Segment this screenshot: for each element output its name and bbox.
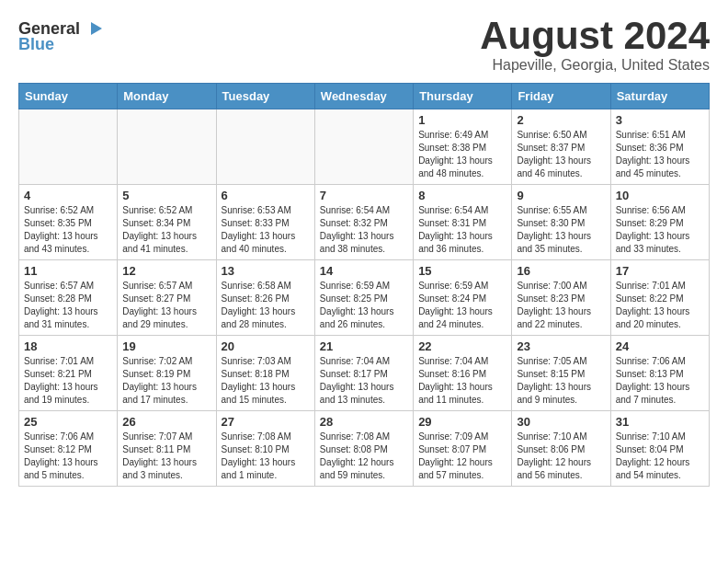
cell-info: Sunrise: 7:02 AM Sunset: 8:19 PM Dayligh… <box>122 355 210 407</box>
cell-info: Sunrise: 7:06 AM Sunset: 8:12 PM Dayligh… <box>24 431 112 482</box>
calendar-cell: 20Sunrise: 7:03 AM Sunset: 8:18 PM Dayli… <box>216 336 314 411</box>
day-number: 11 <box>24 264 112 278</box>
calendar-cell: 12Sunrise: 6:57 AM Sunset: 8:27 PM Dayli… <box>118 260 216 336</box>
cell-info: Sunrise: 6:49 AM Sunset: 8:38 PM Dayligh… <box>418 129 506 180</box>
day-number: 31 <box>616 415 704 429</box>
month-year-title: August 2024 <box>480 15 710 57</box>
calendar-cell: 6Sunrise: 6:53 AM Sunset: 8:33 PM Daylig… <box>216 185 314 260</box>
cell-info: Sunrise: 7:08 AM Sunset: 8:08 PM Dayligh… <box>320 431 408 482</box>
cell-info: Sunrise: 6:55 AM Sunset: 8:30 PM Dayligh… <box>517 204 605 256</box>
day-number: 8 <box>418 189 506 202</box>
day-number: 2 <box>517 113 605 127</box>
day-number: 29 <box>418 415 506 429</box>
calendar-week-4: 18Sunrise: 7:01 AM Sunset: 8:21 PM Dayli… <box>19 336 710 411</box>
calendar-cell: 8Sunrise: 6:54 AM Sunset: 8:31 PM Daylig… <box>414 185 512 260</box>
cell-info: Sunrise: 7:10 AM Sunset: 8:06 PM Dayligh… <box>517 431 605 482</box>
day-number: 25 <box>24 415 112 429</box>
day-number: 13 <box>222 264 310 278</box>
calendar-cell: 29Sunrise: 7:09 AM Sunset: 8:07 PM Dayli… <box>414 411 512 487</box>
calendar-cell: 11Sunrise: 6:57 AM Sunset: 8:28 PM Dayli… <box>19 260 118 336</box>
logo: General Blue <box>18 18 104 54</box>
day-number: 3 <box>616 113 704 127</box>
calendar-header-saturday: Saturday <box>610 84 709 109</box>
calendar-cell: 18Sunrise: 7:01 AM Sunset: 8:21 PM Dayli… <box>19 336 118 411</box>
cell-info: Sunrise: 6:54 AM Sunset: 8:32 PM Dayligh… <box>320 204 408 256</box>
calendar-cell: 23Sunrise: 7:05 AM Sunset: 8:15 PM Dayli… <box>512 336 610 411</box>
cell-info: Sunrise: 6:52 AM Sunset: 8:35 PM Dayligh… <box>24 204 112 256</box>
calendar-cell <box>118 109 216 185</box>
calendar-cell: 3Sunrise: 6:51 AM Sunset: 8:36 PM Daylig… <box>610 109 709 185</box>
calendar-header-tuesday: Tuesday <box>216 84 314 109</box>
calendar-cell: 31Sunrise: 7:10 AM Sunset: 8:04 PM Dayli… <box>610 411 709 487</box>
day-number: 5 <box>122 189 210 202</box>
calendar-cell: 16Sunrise: 7:00 AM Sunset: 8:23 PM Dayli… <box>512 260 610 336</box>
calendar-header-sunday: Sunday <box>19 84 118 109</box>
cell-info: Sunrise: 7:09 AM Sunset: 8:07 PM Dayligh… <box>418 431 506 482</box>
day-number: 18 <box>24 339 112 353</box>
day-number: 28 <box>320 415 408 429</box>
calendar-cell: 7Sunrise: 6:54 AM Sunset: 8:32 PM Daylig… <box>314 185 413 260</box>
calendar-cell: 19Sunrise: 7:02 AM Sunset: 8:19 PM Dayli… <box>118 336 216 411</box>
cell-info: Sunrise: 6:57 AM Sunset: 8:27 PM Dayligh… <box>122 280 210 331</box>
calendar-cell: 22Sunrise: 7:04 AM Sunset: 8:16 PM Dayli… <box>414 336 512 411</box>
calendar-cell: 21Sunrise: 7:04 AM Sunset: 8:17 PM Dayli… <box>314 336 413 411</box>
cell-info: Sunrise: 7:01 AM Sunset: 8:21 PM Dayligh… <box>24 355 112 407</box>
cell-info: Sunrise: 7:06 AM Sunset: 8:13 PM Dayligh… <box>616 355 704 407</box>
calendar-header-thursday: Thursday <box>414 84 512 109</box>
calendar-cell: 17Sunrise: 7:01 AM Sunset: 8:22 PM Dayli… <box>610 260 709 336</box>
calendar-cell: 26Sunrise: 7:07 AM Sunset: 8:11 PM Dayli… <box>118 411 216 487</box>
cell-info: Sunrise: 7:00 AM Sunset: 8:23 PM Dayligh… <box>517 280 605 331</box>
cell-info: Sunrise: 6:51 AM Sunset: 8:36 PM Dayligh… <box>616 129 704 180</box>
calendar-week-5: 25Sunrise: 7:06 AM Sunset: 8:12 PM Dayli… <box>19 411 710 487</box>
calendar-cell: 13Sunrise: 6:58 AM Sunset: 8:26 PM Dayli… <box>216 260 314 336</box>
day-number: 17 <box>616 264 704 278</box>
cell-info: Sunrise: 6:59 AM Sunset: 8:25 PM Dayligh… <box>320 280 408 331</box>
cell-info: Sunrise: 6:54 AM Sunset: 8:31 PM Dayligh… <box>418 204 506 256</box>
calendar-cell: 5Sunrise: 6:52 AM Sunset: 8:34 PM Daylig… <box>118 185 216 260</box>
day-number: 1 <box>418 113 506 127</box>
day-number: 6 <box>222 189 310 202</box>
calendar-cell: 2Sunrise: 6:50 AM Sunset: 8:37 PM Daylig… <box>512 109 610 185</box>
calendar-cell: 30Sunrise: 7:10 AM Sunset: 8:06 PM Dayli… <box>512 411 610 487</box>
day-number: 22 <box>418 339 506 353</box>
calendar-week-1: 1Sunrise: 6:49 AM Sunset: 8:38 PM Daylig… <box>19 109 710 185</box>
cell-info: Sunrise: 6:53 AM Sunset: 8:33 PM Dayligh… <box>222 204 310 256</box>
calendar-cell: 1Sunrise: 6:49 AM Sunset: 8:38 PM Daylig… <box>414 109 512 185</box>
svg-marker-0 <box>91 22 102 35</box>
calendar-header-row: SundayMondayTuesdayWednesdayThursdayFrid… <box>19 84 710 109</box>
calendar-week-2: 4Sunrise: 6:52 AM Sunset: 8:35 PM Daylig… <box>19 185 710 260</box>
cell-info: Sunrise: 7:05 AM Sunset: 8:15 PM Dayligh… <box>517 355 605 407</box>
cell-info: Sunrise: 7:01 AM Sunset: 8:22 PM Dayligh… <box>616 280 704 331</box>
cell-info: Sunrise: 7:10 AM Sunset: 8:04 PM Dayligh… <box>616 431 704 482</box>
calendar-cell <box>19 109 118 185</box>
cell-info: Sunrise: 6:57 AM Sunset: 8:28 PM Dayligh… <box>24 280 112 331</box>
cell-info: Sunrise: 6:52 AM Sunset: 8:34 PM Dayligh… <box>122 204 210 256</box>
day-number: 19 <box>122 339 210 353</box>
day-number: 10 <box>616 189 704 202</box>
day-number: 26 <box>122 415 210 429</box>
logo-icon <box>84 18 104 39</box>
calendar-cell: 24Sunrise: 7:06 AM Sunset: 8:13 PM Dayli… <box>610 336 709 411</box>
calendar-cell: 9Sunrise: 6:55 AM Sunset: 8:30 PM Daylig… <box>512 185 610 260</box>
calendar-cell: 25Sunrise: 7:06 AM Sunset: 8:12 PM Dayli… <box>19 411 118 487</box>
cell-info: Sunrise: 6:58 AM Sunset: 8:26 PM Dayligh… <box>222 280 310 331</box>
logo-blue-text: Blue <box>18 35 54 54</box>
cell-info: Sunrise: 7:07 AM Sunset: 8:11 PM Dayligh… <box>122 431 210 482</box>
day-number: 14 <box>320 264 408 278</box>
cell-info: Sunrise: 7:04 AM Sunset: 8:16 PM Dayligh… <box>418 355 506 407</box>
cell-info: Sunrise: 6:56 AM Sunset: 8:29 PM Dayligh… <box>616 204 704 256</box>
title-block: August 2024 Hapeville, Georgia, United S… <box>480 15 710 74</box>
cell-info: Sunrise: 7:08 AM Sunset: 8:10 PM Dayligh… <box>222 431 310 482</box>
page-header: General Blue August 2024 Hapeville, Geor… <box>18 15 710 74</box>
day-number: 7 <box>320 189 408 202</box>
calendar-cell <box>314 109 413 185</box>
day-number: 20 <box>222 339 310 353</box>
calendar-cell: 15Sunrise: 6:59 AM Sunset: 8:24 PM Dayli… <box>414 260 512 336</box>
calendar-header-friday: Friday <box>512 84 610 109</box>
cell-info: Sunrise: 7:04 AM Sunset: 8:17 PM Dayligh… <box>320 355 408 407</box>
day-number: 27 <box>222 415 310 429</box>
day-number: 21 <box>320 339 408 353</box>
location-subtitle: Hapeville, Georgia, United States <box>480 57 710 74</box>
calendar-table: SundayMondayTuesdayWednesdayThursdayFrid… <box>18 83 710 487</box>
calendar-cell: 4Sunrise: 6:52 AM Sunset: 8:35 PM Daylig… <box>19 185 118 260</box>
